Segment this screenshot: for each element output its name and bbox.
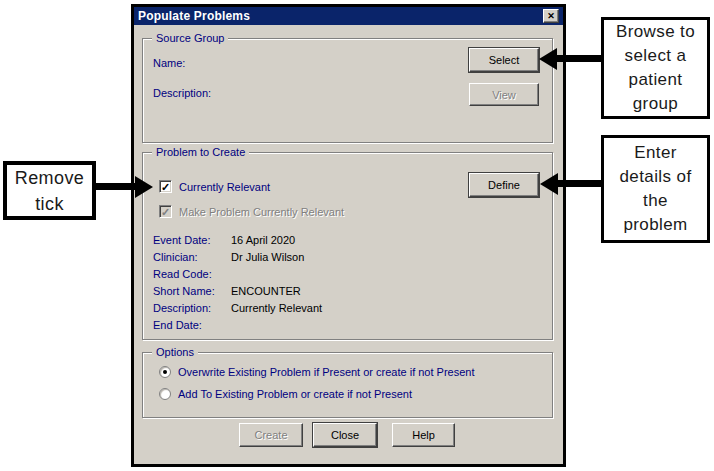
end-date-label: End Date: — [153, 319, 202, 331]
make-problem-currently-relevant-checkbox: ✓ Make Problem Currently Relevant — [159, 205, 344, 218]
define-button[interactable]: Define — [469, 173, 539, 197]
options-box: Options Overwrite Existing Problem if Pr… — [142, 352, 553, 418]
event-date-value: 16 April 2020 — [231, 234, 295, 246]
callout-browse-patient-group: Browse to select a patient group — [601, 17, 710, 119]
view-button[interactable]: View — [469, 83, 539, 106]
overwrite-existing-radio[interactable]: Overwrite Existing Problem if Present or… — [159, 366, 475, 378]
checkbox-label: Currently Relevant — [179, 181, 270, 193]
radio-button — [159, 366, 171, 378]
description-field-label: Description: — [153, 302, 211, 314]
arrow-to-checkbox-shaft — [96, 183, 136, 190]
problem-group-legend: Problem to Create — [152, 146, 249, 159]
close-icon: ✕ — [547, 12, 555, 21]
short-name-value: ENCOUNTER — [231, 285, 301, 297]
radio-label: Overwrite Existing Problem if Present or… — [178, 366, 475, 378]
short-name-label: Short Name: — [153, 285, 215, 297]
close-action-button[interactable]: Close — [313, 423, 377, 447]
radio-label: Add To Existing Problem or create if not… — [178, 388, 412, 400]
currently-relevant-checkbox[interactable]: ✓ Currently Relevant — [159, 180, 270, 193]
name-label: Name: — [153, 57, 185, 69]
create-button[interactable]: Create — [239, 423, 303, 447]
close-button[interactable]: ✕ — [543, 9, 559, 23]
arrow-to-select-icon — [539, 48, 557, 70]
checkbox-box: ✓ — [159, 205, 172, 218]
clinician-value: Dr Julia Wilson — [231, 251, 304, 263]
callout-remove-tick: Remove tick — [3, 161, 96, 220]
check-icon: ✓ — [161, 182, 170, 192]
source-group-legend: Source Group — [152, 32, 228, 45]
dialog-titlebar[interactable]: Populate Problems ✕ — [134, 7, 563, 25]
select-button[interactable]: Select — [469, 48, 539, 72]
problem-to-create-box: Problem to Create ✓ Currently Relevant ✓… — [142, 152, 553, 340]
radio-button — [159, 388, 171, 400]
populate-problems-dialog: Populate Problems ✕ Source Group Name: D… — [131, 4, 566, 467]
checkbox-box: ✓ — [159, 180, 172, 193]
options-legend: Options — [152, 346, 198, 359]
add-to-existing-radio[interactable]: Add To Existing Problem or create if not… — [159, 388, 412, 400]
callout-enter-problem-details: Enter details of the problem — [601, 135, 710, 243]
description-label: Description: — [153, 87, 211, 99]
arrow-to-define-shaft — [557, 180, 601, 187]
screenshot-root: Populate Problems ✕ Source Group Name: D… — [0, 0, 714, 471]
arrow-to-checkbox-icon — [135, 176, 153, 198]
source-group-box: Source Group Name: Description: Select V… — [142, 38, 553, 143]
arrow-to-define-icon — [540, 173, 558, 195]
arrow-to-select-shaft — [556, 55, 601, 62]
event-date-label: Event Date: — [153, 234, 210, 246]
description-field-value: Currently Relevant — [231, 302, 322, 314]
check-icon: ✓ — [161, 207, 170, 217]
checkbox-label: Make Problem Currently Relevant — [179, 206, 344, 218]
dialog-title: Populate Problems — [138, 9, 250, 23]
clinician-label: Clinician: — [153, 251, 198, 263]
help-button[interactable]: Help — [392, 423, 455, 447]
read-code-label: Read Code: — [153, 268, 212, 280]
